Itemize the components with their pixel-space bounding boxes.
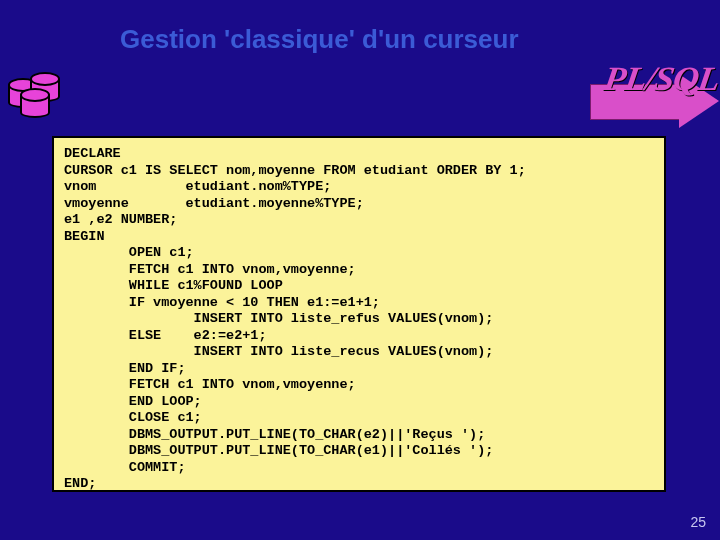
slide-title: Gestion 'classique' d'un curseur xyxy=(120,24,519,55)
code-block: DECLARE CURSOR c1 IS SELECT nom,moyenne … xyxy=(52,136,666,492)
plsql-label: PL/SQL xyxy=(601,60,720,98)
page-number: 25 xyxy=(690,514,706,530)
database-icon xyxy=(8,74,64,124)
